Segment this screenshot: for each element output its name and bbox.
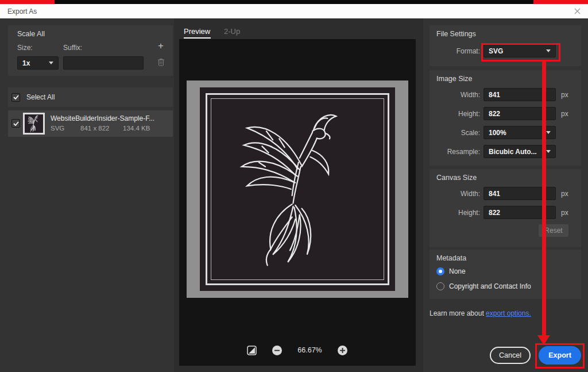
resample-dropdown[interactable]: Bicubic Auto... xyxy=(483,145,556,158)
canvas-height-row: Height: px xyxy=(430,206,581,219)
dialog-title: Export As xyxy=(7,7,37,16)
image-height-row: Height: px xyxy=(430,107,581,120)
file-size: 134.4 KB xyxy=(123,125,150,132)
file-thumbnail xyxy=(23,113,45,135)
scale-dropdown[interactable]: 100% xyxy=(483,126,556,139)
size-scale-dropdown[interactable]: 1x xyxy=(17,56,59,70)
scale-value: 100% xyxy=(489,129,506,137)
chevron-down-icon xyxy=(49,62,53,64)
height-input[interactable] xyxy=(483,107,556,120)
transparency-toggle-icon[interactable] xyxy=(247,346,257,355)
file-dimensions: 841 x 822 xyxy=(80,125,110,132)
annotation-red-segment-left xyxy=(0,0,55,4)
canvas-size-header: Canvas Size xyxy=(436,174,477,182)
file-format: SVG xyxy=(51,125,64,132)
height-unit: px xyxy=(561,110,568,118)
scale-all-section: Scale All Size: Suffix: + 1x xyxy=(8,25,173,76)
dialog-titlebar: Export As xyxy=(0,4,588,18)
cancel-button[interactable]: Cancel xyxy=(490,347,531,364)
dialog-body: Scale All Size: Suffix: + 1x Select All xyxy=(0,18,588,372)
scale-row: Scale: 100% xyxy=(430,126,581,139)
size-scale-value: 1x xyxy=(22,59,30,67)
metadata-header: Metadata xyxy=(436,254,466,262)
scale-label: Scale: xyxy=(430,129,480,137)
select-all-row: Select All xyxy=(8,87,173,107)
reset-button[interactable]: Reset xyxy=(539,224,568,237)
preview-canvas: 66.67% xyxy=(179,39,416,366)
file-thumbnail-art xyxy=(25,114,43,133)
canvas-height-input[interactable] xyxy=(483,206,556,219)
resample-label: Resample: xyxy=(430,148,480,156)
width-input[interactable] xyxy=(483,88,556,101)
format-row: Format: SVG xyxy=(430,44,581,57)
annotation-top-border xyxy=(0,0,588,4)
export-as-dialog: Export As Scale All Size: Suffix: + 1x xyxy=(0,0,588,372)
suffix-label: Suffix: xyxy=(63,44,82,52)
close-icon[interactable] xyxy=(574,8,581,14)
file-settings-section: File Settings Format: SVG xyxy=(430,25,581,66)
export-button[interactable]: Export xyxy=(539,346,581,365)
select-all-checkbox[interactable] xyxy=(11,93,20,102)
annotation-arrow-head xyxy=(537,335,550,345)
format-value: SVG xyxy=(489,47,503,55)
tab-2up[interactable]: 2-Up xyxy=(224,27,240,36)
artwork-frame-inner xyxy=(211,98,384,280)
phoenix-artwork-small xyxy=(26,115,42,132)
image-width-row: Width: px xyxy=(430,88,581,101)
size-label: Size: xyxy=(17,44,33,52)
file-list-item[interactable]: WebsiteBuilderInsider-Sample-F... SVG 84… xyxy=(8,110,173,137)
canvas-width-unit: px xyxy=(561,190,568,198)
tab-preview[interactable]: Preview xyxy=(184,27,210,36)
resample-row: Resample: Bicubic Auto... xyxy=(430,145,581,158)
canvas-width-label: Width: xyxy=(430,190,480,198)
image-size-header: Image Size xyxy=(436,75,473,83)
chevron-down-icon xyxy=(546,131,551,134)
zoom-level: 66.67% xyxy=(297,346,322,354)
metadata-option-none[interactable]: None xyxy=(436,267,466,276)
radio-copyright-label: Copyright and Contact Info xyxy=(449,282,531,290)
tab-preview-underline xyxy=(184,37,211,39)
trash-icon[interactable] xyxy=(157,58,165,68)
file-name: WebsiteBuilderInsider-Sample-F... xyxy=(51,114,168,122)
artwork-background xyxy=(200,87,395,291)
file-settings-header: File Settings xyxy=(436,30,476,38)
export-options-link[interactable]: export options. xyxy=(486,309,531,317)
learn-more-text: Learn more about export options. xyxy=(430,309,531,317)
zoom-controls: 66.67% xyxy=(179,343,416,358)
canvas-width-row: Width: px xyxy=(430,187,581,200)
radio-copyright[interactable] xyxy=(436,282,444,290)
radio-none-label: None xyxy=(449,267,466,275)
height-label: Height: xyxy=(430,110,480,118)
width-unit: px xyxy=(561,91,568,99)
metadata-section: Metadata None Copyright and Contact Info xyxy=(430,250,581,299)
artwork-frame-outer xyxy=(206,93,389,285)
width-label: Width: xyxy=(430,91,480,99)
artboard-matte xyxy=(187,80,408,298)
scale-all-header: Scale All xyxy=(17,30,45,38)
zoom-in-icon[interactable] xyxy=(337,345,348,356)
zoom-out-icon[interactable] xyxy=(272,345,283,356)
metadata-option-copyright[interactable]: Copyright and Contact Info xyxy=(436,282,531,291)
resample-value: Bicubic Auto... xyxy=(489,148,537,156)
annotation-red-segment-right xyxy=(533,0,588,4)
canvas-width-input[interactable] xyxy=(483,187,556,200)
chevron-down-icon xyxy=(546,150,551,153)
learn-more-prefix: Learn more about xyxy=(430,309,484,317)
format-label: Format: xyxy=(430,47,480,55)
suffix-input[interactable] xyxy=(63,56,144,70)
image-size-section: Image Size Width: px Height: px Scale: 1… xyxy=(430,70,581,166)
select-all-label: Select All xyxy=(26,93,55,101)
chevron-down-icon xyxy=(546,49,551,52)
radio-none[interactable] xyxy=(436,267,444,275)
add-scale-button[interactable]: + xyxy=(158,40,164,52)
canvas-height-label: Height: xyxy=(430,209,480,217)
canvas-size-section: Canvas Size Width: px Height: px Reset xyxy=(430,169,581,247)
canvas-height-unit: px xyxy=(561,209,568,217)
file-checkbox[interactable] xyxy=(11,119,20,128)
format-dropdown[interactable]: SVG xyxy=(483,44,556,57)
